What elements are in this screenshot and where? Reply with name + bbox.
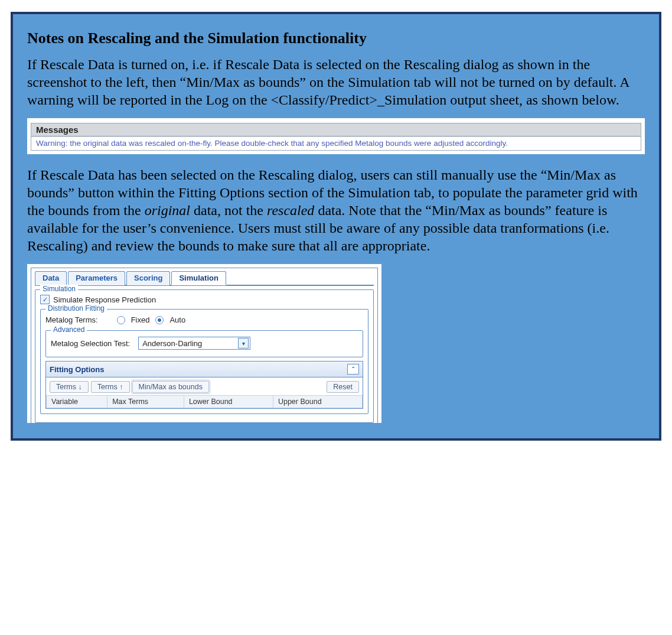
para2-text-c: data, not the <box>190 203 267 218</box>
chevron-down-icon: ▾ <box>238 338 249 349</box>
messages-screenshot: Messages Warning: the original data was … <box>27 118 645 154</box>
table-header-row: Variable Max Terms Lower Bound Upper Bou… <box>47 396 363 408</box>
terms-up-button[interactable]: Terms ↑ <box>91 381 130 393</box>
fitting-options-header: Fitting Options ˆ <box>46 362 363 377</box>
fieldset-simulation: Simulation ✓ Simulate Response Predictio… <box>35 289 374 423</box>
messages-warning-text: Warning: the original data was rescaled … <box>31 136 641 150</box>
col-max-terms: Max Terms <box>107 396 184 408</box>
radio-fixed[interactable] <box>117 316 125 324</box>
tab-scoring[interactable]: Scoring <box>126 271 170 285</box>
radio-auto[interactable] <box>155 316 164 324</box>
simulate-response-checkbox[interactable]: ✓ <box>40 295 50 304</box>
paragraph-1: If Rescale Data is turned on, i.e. if Re… <box>27 56 645 109</box>
metalog-terms-row: Metalog Terms: Fixed Auto <box>45 312 363 327</box>
tab-row: Data Parameters Scoring Simulation <box>35 271 374 286</box>
collapse-toggle[interactable]: ˆ <box>347 364 359 375</box>
tab-data[interactable]: Data <box>35 271 67 285</box>
fitting-options-table: Variable Max Terms Lower Bound Upper Bou… <box>46 395 363 408</box>
simulation-dialog-screenshot: Data Parameters Scoring Simulation Simul… <box>27 264 381 423</box>
callout-box: Notes on Rescaling and the Simulation fu… <box>11 12 661 441</box>
fitting-options-buttons: Terms ↓ Terms ↑ Min/Max as bounds Reset <box>46 377 363 395</box>
messages-grid: Messages Warning: the original data was … <box>31 123 641 151</box>
document-page: Notes on Rescaling and the Simulation fu… <box>0 12 672 458</box>
fieldset-advanced: Advanced Metalog Selection Test: Anderso… <box>45 330 363 357</box>
metalog-terms-label: Metalog Terms: <box>45 315 98 324</box>
tab-parameters[interactable]: Parameters <box>68 271 125 285</box>
fieldset-dist-fitting-legend: Distribution Fitting <box>45 304 107 312</box>
dialog-inner: Data Parameters Scoring Simulation Simul… <box>31 268 378 423</box>
col-upper-bound: Upper Bound <box>273 396 362 408</box>
tab-simulation[interactable]: Simulation <box>171 271 226 285</box>
radio-auto-label: Auto <box>169 315 185 324</box>
para2-emph-rescaled: rescaled <box>267 203 314 218</box>
fitting-options-title: Fitting Options <box>50 365 104 374</box>
selection-test-dropdown[interactable]: Anderson-Darling ▾ <box>138 337 250 350</box>
fieldset-dist-fitting: Distribution Fitting Metalog Terms: Fixe… <box>40 309 368 414</box>
simulate-response-label: Simulate Response Prediction <box>53 295 156 304</box>
radio-fixed-label: Fixed <box>131 315 150 324</box>
terms-down-button[interactable]: Terms ↓ <box>50 381 89 393</box>
reset-button[interactable]: Reset <box>327 381 359 393</box>
col-variable: Variable <box>47 396 107 408</box>
fieldset-advanced-legend: Advanced <box>51 325 87 334</box>
selection-test-row: Metalog Selection Test: Anderson-Darling… <box>51 333 358 352</box>
col-lower-bound: Lower Bound <box>184 396 273 408</box>
chevron-double-up-icon: ˆ <box>352 366 354 373</box>
selection-test-label: Metalog Selection Test: <box>51 339 130 348</box>
minmax-bounds-button[interactable]: Min/Max as bounds <box>132 381 209 393</box>
fitting-options-panel: Fitting Options ˆ Terms ↓ Terms ↑ Min/Ma… <box>45 361 363 409</box>
para2-emph-original: original <box>145 203 190 218</box>
simulate-response-row: ✓ Simulate Response Prediction <box>40 292 368 305</box>
selection-test-value: Anderson-Darling <box>142 339 202 348</box>
paragraph-2: If Rescale Data has been selected on the… <box>27 166 645 255</box>
fieldset-simulation-legend: Simulation <box>40 285 78 293</box>
messages-header: Messages <box>31 123 641 136</box>
callout-title: Notes on Rescaling and the Simulation fu… <box>27 30 645 47</box>
